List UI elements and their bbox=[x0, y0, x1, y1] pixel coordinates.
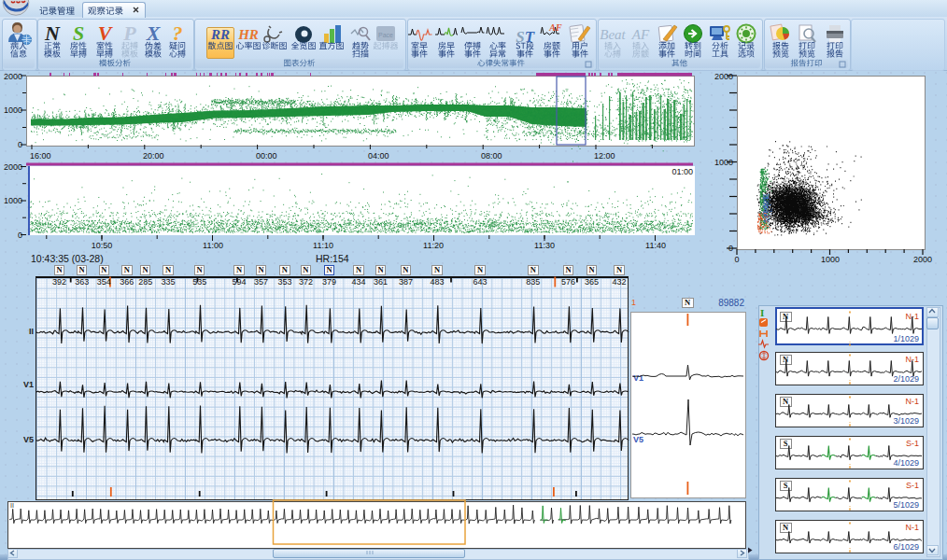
svg-text:Pace: Pace bbox=[378, 32, 393, 38]
svg-text:T: T bbox=[525, 28, 535, 46]
svg-text:X: X bbox=[146, 21, 162, 45]
svg-text:AF: AF bbox=[548, 22, 562, 33]
svg-text:?: ? bbox=[173, 21, 183, 45]
svg-text:S: S bbox=[73, 21, 84, 45]
svg-text:N: N bbox=[44, 21, 61, 45]
svg-text:P: P bbox=[122, 21, 136, 45]
svg-text:HR: HR bbox=[237, 27, 259, 42]
svg-text:I: I bbox=[760, 307, 764, 318]
svg-text:Beat: Beat bbox=[600, 27, 626, 42]
svg-text:RR: RR bbox=[210, 27, 230, 42]
svg-text:AF: AF bbox=[631, 27, 650, 42]
svg-text:V: V bbox=[98, 21, 114, 45]
